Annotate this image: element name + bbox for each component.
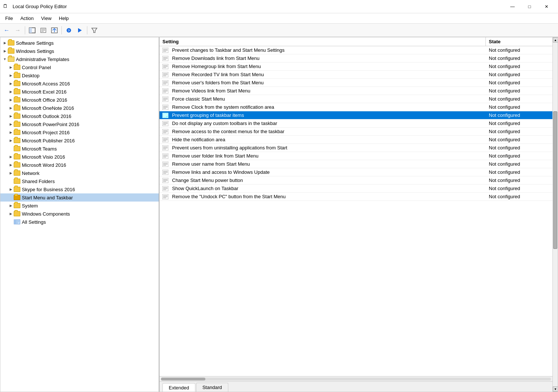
scroll-thumb[interactable] [553, 111, 557, 249]
table-row[interactable]: Hide the notification area Not configure… [159, 136, 552, 144]
setting-name: Remove Downloads link from Start Menu [171, 55, 486, 62]
tree-item-ms-publisher[interactable]: ▶ Microsoft Publisher 2016 [0, 136, 159, 145]
expander-ms-project[interactable]: ▶ [8, 129, 14, 135]
table-row[interactable]: Remove user's folders from the Start Men… [159, 79, 552, 87]
tree-item-ms-teams[interactable]: ▶ Microsoft Teams [0, 145, 159, 153]
menu-view[interactable]: View [37, 14, 55, 22]
maximize-button[interactable]: □ [521, 1, 538, 13]
tree-item-admin-templates[interactable]: ▼ Administrative Templates [0, 55, 159, 63]
tree-item-ms-visio[interactable]: ▶ Microsoft Visio 2016 [0, 153, 159, 161]
expander-ms-office[interactable]: ▶ [8, 97, 14, 103]
expander-ms-visio[interactable]: ▶ [8, 154, 14, 160]
table-row[interactable]: Remove Clock from the system notificatio… [159, 103, 552, 111]
expander-network[interactable]: ▶ [8, 170, 14, 176]
table-row[interactable]: Prevent changes to Taskbar and Start Men… [159, 46, 552, 54]
expander-desktop[interactable]: ▶ [8, 72, 14, 78]
col-header-setting: Setting [159, 37, 486, 46]
tree-label-ms-excel: Microsoft Excel 2016 [22, 89, 67, 95]
menu-action[interactable]: Action [17, 14, 37, 22]
expander-windows-components[interactable]: ▶ [8, 211, 14, 217]
menu-help[interactable]: Help [55, 14, 73, 22]
properties-button[interactable] [38, 26, 48, 35]
expander-software-settings[interactable]: ▶ [2, 40, 8, 46]
show-hide-button[interactable] [27, 26, 37, 35]
horizontal-scrollbar[interactable] [159, 376, 552, 381]
table-row[interactable]: Remove user name from Start Menu Not con… [159, 160, 552, 168]
run-button[interactable] [75, 26, 85, 35]
expander-admin-templates[interactable]: ▼ [2, 56, 8, 62]
tree-item-system[interactable]: ▶ System [0, 202, 159, 210]
back-button[interactable]: ← [1, 26, 12, 35]
tree-item-desktop[interactable]: ▶ Desktop [0, 71, 159, 80]
setting-name: Remove Homegroup link from Start Menu [171, 63, 486, 70]
table-row[interactable]: Show QuickLaunch on Taskbar Not configur… [159, 185, 552, 193]
tree-item-ms-powerpoint[interactable]: ▶ Microsoft PowerPoint 2016 [0, 120, 159, 128]
tree-item-ms-project[interactable]: ▶ Microsoft Project 2016 [0, 128, 159, 136]
setting-name: Remove Clock from the system notificatio… [171, 104, 486, 111]
menu-file[interactable]: File [1, 14, 17, 22]
expander-ms-powerpoint[interactable]: ▶ [8, 121, 14, 127]
table-row[interactable]: Remove access to the context menus for t… [159, 128, 552, 136]
tree-item-start-menu[interactable]: ▶ Start Menu and Taskbar [0, 193, 159, 202]
right-panel-inner: Setting State Prevent changes to Taskbar… [159, 37, 558, 392]
table-row[interactable]: Remove Downloads link from Start Menu No… [159, 54, 552, 62]
table-row-selected[interactable]: Prevent grouping of taskbar items Not co… [159, 111, 552, 119]
tree-item-windows-components[interactable]: ▶ Windows Components [0, 210, 159, 218]
table-row[interactable]: Prevent users from uninstalling applicat… [159, 144, 552, 152]
table-row[interactable]: Remove links and access to Windows Updat… [159, 168, 552, 176]
tree-item-windows-settings[interactable]: ▶ Windows Settings [0, 47, 159, 55]
folder-icon-admin-templates [8, 57, 14, 62]
scroll-down-button[interactable]: ▼ [553, 386, 558, 392]
expander-ms-word[interactable]: ▶ [8, 162, 14, 168]
settings-table: Setting State Prevent changes to Taskbar… [159, 37, 552, 376]
table-row[interactable]: Force classic Start Menu Not configured [159, 95, 552, 103]
tree-item-ms-outlook[interactable]: ▶ Microsoft Outlook 2016 [0, 112, 159, 120]
expander-ms-publisher[interactable]: ▶ [8, 138, 14, 143]
tree-label-ms-project: Microsoft Project 2016 [22, 130, 70, 135]
tree-label-ms-powerpoint: Microsoft PowerPoint 2016 [22, 122, 79, 127]
h-scroll-thumb[interactable] [161, 378, 205, 381]
tree-item-ms-word[interactable]: ▶ Microsoft Word 2016 [0, 161, 159, 169]
expander-ms-excel[interactable]: ▶ [8, 89, 14, 95]
tree-item-ms-excel[interactable]: ▶ Microsoft Excel 2016 [0, 88, 159, 96]
tree-item-control-panel[interactable]: ▶ Control Panel [0, 63, 159, 71]
expander-system[interactable]: ▶ [8, 203, 14, 209]
tree-item-ms-onenote[interactable]: ▶ Microsoft OneNote 2016 [0, 104, 159, 112]
forward-button[interactable]: → [13, 26, 23, 35]
table-row[interactable]: Remove the "Undock PC" button from the S… [159, 193, 552, 201]
setting-name: Do not display any custom toolbars in th… [171, 120, 486, 127]
expander-windows-settings[interactable]: ▶ [2, 48, 8, 54]
table-row[interactable]: Remove user folder link from Start Menu … [159, 152, 552, 160]
table-row[interactable]: Do not display any custom toolbars in th… [159, 119, 552, 128]
filter-button[interactable] [89, 26, 100, 35]
minimize-button[interactable]: — [504, 1, 521, 13]
export-button[interactable] [49, 26, 60, 35]
state-value: Not configured [486, 95, 552, 102]
scroll-up-button[interactable]: ▲ [553, 37, 558, 43]
table-row[interactable]: Change Start Menu power button Not confi… [159, 176, 552, 185]
help-button[interactable]: ? [64, 26, 74, 35]
setting-name: Remove user folder link from Start Menu [171, 152, 486, 159]
tab-extended[interactable]: Extended [162, 383, 195, 392]
setting-name-selected: Prevent grouping of taskbar items [171, 112, 486, 119]
expander-ms-access[interactable]: ▶ [8, 81, 14, 87]
expander-ms-onenote[interactable]: ▶ [8, 105, 14, 111]
tree-item-all-settings[interactable]: ▶ All Settings [0, 218, 159, 226]
tree-item-ms-office[interactable]: ▶ Microsoft Office 2016 [0, 96, 159, 104]
tree-item-skype[interactable]: ▶ Skype for Business 2016 [0, 185, 159, 193]
tree-label-all-settings: All Settings [22, 219, 46, 225]
expander-ms-outlook[interactable]: ▶ [8, 113, 14, 119]
tree-item-shared-folders[interactable]: ▶ Shared Folders [0, 177, 159, 185]
table-row[interactable]: Remove Homegroup link from Start Menu No… [159, 62, 552, 71]
expander-control-panel[interactable]: ▶ [8, 64, 14, 70]
close-button[interactable]: ✕ [538, 1, 555, 13]
tree-item-ms-access[interactable]: ▶ Microsoft Access 2016 [0, 80, 159, 88]
table-row[interactable]: Remove Videos link from Start Menu Not c… [159, 87, 552, 95]
expander-ms-teams: ▶ [8, 146, 14, 152]
tab-standard[interactable]: Standard [196, 383, 228, 392]
expander-skype[interactable]: ▶ [8, 186, 14, 192]
tree-item-network[interactable]: ▶ Network [0, 169, 159, 177]
tree-item-software-settings[interactable]: ▶ Software Settings [0, 39, 159, 47]
folder-icon-ms-outlook [14, 114, 20, 119]
table-row[interactable]: Remove Recorded TV link from Start Menu … [159, 71, 552, 79]
